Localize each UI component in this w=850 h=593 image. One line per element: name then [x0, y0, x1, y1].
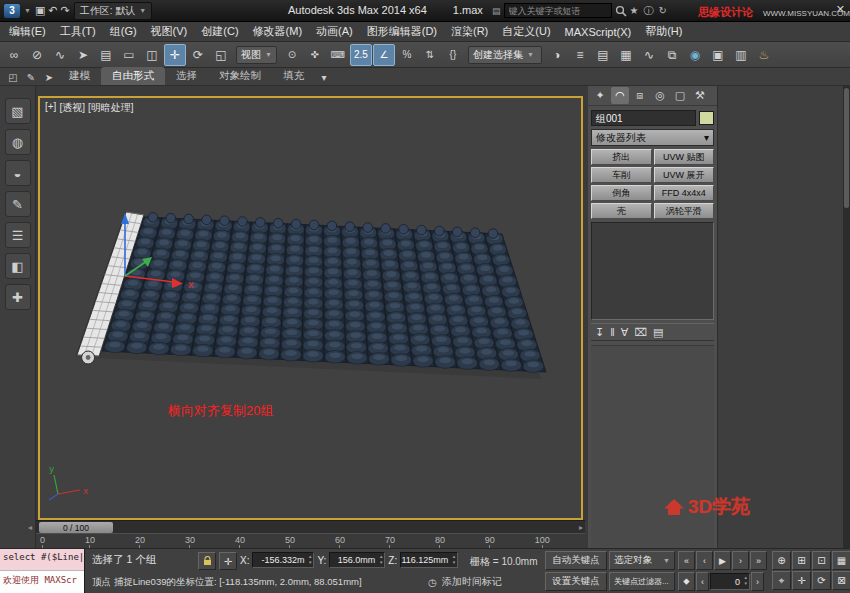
menu-item[interactable]: 渲染(R) — [444, 22, 495, 41]
field-of-view-button[interactable]: ⌖ — [772, 571, 791, 590]
track-bar-ruler[interactable]: 0102030405060708090100 — [36, 533, 585, 548]
pan-button[interactable]: ✛ — [792, 571, 811, 590]
listener-line[interactable]: 欢迎使用 MAXScr — [0, 571, 84, 593]
polygon-modeling-icon[interactable]: ◰ — [4, 70, 22, 85]
workspace-selector[interactable]: 工作区: 默认 ▼ — [74, 2, 153, 20]
spinner-icon[interactable]: ▲▼ — [308, 554, 312, 566]
menu-item[interactable]: 帮助(H) — [638, 22, 689, 41]
ribbon-minimize-icon[interactable]: ▾ — [315, 70, 333, 85]
modifier-preset-button[interactable]: FFD 4x4x4 — [654, 185, 715, 201]
bind-to-space-warp-icon[interactable]: ∿ — [49, 44, 71, 66]
ribbon-tab[interactable]: 选择 — [165, 67, 208, 85]
star-favorites-icon[interactable]: ★ — [630, 5, 639, 16]
motion-tab-icon[interactable]: ◎ — [651, 87, 669, 104]
render-production-icon[interactable]: ♨ — [753, 44, 775, 66]
rendered-frame-window-icon[interactable]: ▥ — [730, 44, 752, 66]
reference-coordinate-dropdown[interactable]: 视图 ▼ — [236, 46, 277, 64]
key-mode-toggle-button[interactable]: ⬥ — [678, 572, 695, 591]
time-slider-track[interactable]: ◂ 0 / 100 ▸ — [36, 520, 585, 533]
remove-modifier-icon[interactable]: ⌧ — [634, 326, 647, 339]
previous-key-button[interactable]: ‹ — [696, 551, 713, 570]
key-filters-button[interactable]: 关键点过滤器... — [609, 572, 675, 591]
go-to-end-button[interactable]: » — [750, 551, 767, 570]
layer-manager-icon[interactable]: ▤ — [592, 44, 614, 66]
modifier-preset-button[interactable]: 壳 — [591, 203, 652, 219]
search-menu-icon[interactable]: ▤ — [492, 6, 501, 16]
align-icon[interactable]: ≡ — [569, 44, 591, 66]
zoom-extents-button[interactable]: ⊡ — [812, 551, 831, 570]
left-tool-5-icon[interactable]: ☰ — [5, 222, 31, 248]
menu-item[interactable]: 自定义(U) — [495, 22, 557, 41]
viewport-label-part[interactable]: [透视] — [59, 101, 85, 115]
zoom-extents-all-button[interactable]: ▦ — [832, 551, 850, 570]
menu-item[interactable]: 视图(V) — [144, 22, 195, 41]
graphite-ribbon-toggle-icon[interactable]: ▦ — [615, 44, 637, 66]
undo-icon[interactable]: ↶ — [48, 4, 57, 17]
close-button[interactable]: ✕ — [836, 3, 845, 16]
render-setup-icon[interactable]: ▣ — [707, 44, 729, 66]
left-tool-7-icon[interactable]: ✚ — [5, 284, 31, 310]
menu-item[interactable]: 工具(T) — [53, 22, 103, 41]
next-frame-button[interactable]: › — [751, 572, 764, 591]
zoom-all-button[interactable]: ⊞ — [792, 551, 811, 570]
spinner-icon[interactable]: ▲▼ — [744, 575, 748, 587]
3dsmax-logo-icon[interactable]: 3 — [4, 4, 20, 18]
modifier-preset-button[interactable]: 倒角 — [591, 185, 652, 201]
select-and-move-icon[interactable]: ✛ — [164, 44, 186, 66]
ribbon-tab[interactable]: 填充 — [272, 67, 315, 85]
play-button[interactable]: ▶ — [714, 551, 731, 570]
selection-lock-toggle[interactable] — [198, 552, 216, 570]
menu-item[interactable]: 创建(C) — [194, 22, 245, 41]
schematic-view-icon[interactable]: ⧉ — [661, 44, 683, 66]
window-crossing-icon[interactable]: ◫ — [141, 44, 163, 66]
material-editor-icon[interactable]: ◉ — [684, 44, 706, 66]
hierarchy-tab-icon[interactable]: ⧈ — [631, 87, 649, 104]
ribbon-tab[interactable]: 自由形式 — [101, 67, 165, 85]
redo-icon[interactable]: ↷ — [61, 4, 70, 17]
left-tool-4-icon[interactable]: ✎ — [5, 191, 31, 217]
search-input[interactable] — [504, 3, 612, 18]
menu-item[interactable]: 编辑(E) — [2, 22, 53, 41]
time-slider-handle[interactable]: 0 / 100 — [39, 522, 113, 533]
panel-scrollbar[interactable] — [843, 86, 850, 548]
spinner-snap-icon[interactable]: ⇅ — [419, 44, 441, 66]
ribbon-tab[interactable]: 建模 — [58, 67, 101, 85]
show-end-result-icon[interactable]: ‖ — [610, 326, 615, 338]
modifier-preset-button[interactable]: 挤出 — [591, 149, 652, 165]
named-selection-set-dropdown[interactable]: 创建选择集 ▼ — [468, 46, 542, 64]
key-selection-dropdown[interactable]: 选定对象 ▼ — [609, 551, 675, 570]
time-slider-left-arrow-icon[interactable]: ◂ — [28, 523, 32, 532]
snap-toggle-icon[interactable]: 2.5 — [350, 44, 372, 66]
menu-item[interactable]: 组(G) — [103, 22, 144, 41]
time-slider-right-arrow-icon[interactable]: ▸ — [579, 523, 583, 532]
menu-item[interactable]: 动画(A) — [309, 22, 360, 41]
spinner-icon[interactable]: ▲▼ — [379, 554, 383, 566]
save-icon[interactable]: ▣ — [35, 4, 45, 17]
time-tag-field[interactable]: ◷ 添加时间标记 — [428, 575, 502, 589]
current-frame-field[interactable]: 0 ▲▼ — [710, 573, 750, 590]
edit-named-selection-sets-icon[interactable]: {} — [442, 44, 464, 66]
viewport-label-part[interactable]: [+] — [45, 101, 56, 115]
app-menu-caret-icon[interactable]: ▼ — [24, 7, 31, 14]
create-tab-icon[interactable]: ✦ — [591, 87, 609, 104]
set-key-button[interactable]: 设置关键点 — [545, 572, 607, 591]
select-and-link-icon[interactable]: ∞ — [3, 44, 25, 66]
left-tool-2-icon[interactable]: ◍ — [5, 129, 31, 155]
left-tool-3-icon[interactable]: ◒ — [5, 160, 31, 186]
select-and-rotate-icon[interactable]: ⟳ — [187, 44, 209, 66]
maximize-viewport-button[interactable]: ⊠ — [832, 571, 850, 590]
display-tab-icon[interactable]: ▢ — [671, 87, 689, 104]
pin-stack-icon[interactable]: ↧ — [595, 326, 604, 339]
next-key-button[interactable]: › — [732, 551, 749, 570]
keyboard-override-icon[interactable]: ⌨ — [327, 44, 349, 66]
spinner-icon[interactable]: ▲▼ — [452, 554, 456, 566]
menu-item[interactable]: MAXScript(X) — [558, 24, 639, 40]
object-name-field[interactable]: 组001 — [591, 110, 696, 126]
select-and-scale-icon[interactable]: ◱ — [210, 44, 232, 66]
absolute-mode-toggle[interactable]: ✛ — [219, 552, 237, 570]
modifier-preset-button[interactable]: 车削 — [591, 167, 652, 183]
orbit-button[interactable]: ⟳ — [812, 571, 831, 590]
mirror-icon[interactable]: ◑ — [546, 44, 568, 66]
modifier-preset-button[interactable]: UVW 贴图 — [654, 149, 715, 165]
viewport-label-part[interactable]: [明暗处理] — [88, 101, 134, 115]
